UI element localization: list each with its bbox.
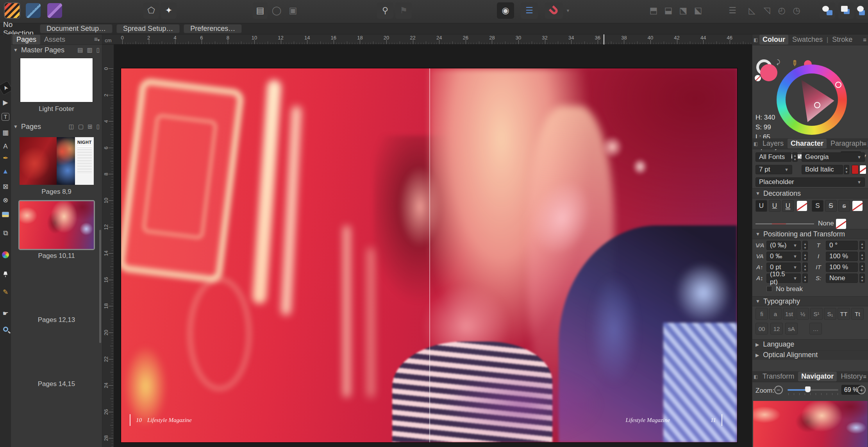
font-colour-swatch[interactable] bbox=[852, 165, 859, 174]
disclosure-triangle-icon[interactable]: ▼ bbox=[13, 124, 18, 129]
snapping-magnet-icon[interactable] bbox=[545, 2, 563, 19]
eyedropper-icon[interactable]: ✏ bbox=[790, 60, 799, 67]
insert-inside-icon[interactable] bbox=[838, 2, 854, 19]
strike-single-button[interactable]: S bbox=[825, 200, 837, 212]
page-view-icon[interactable]: ▤ bbox=[253, 2, 268, 19]
tab-layers[interactable]: Layers bbox=[759, 139, 787, 148]
typography-figure-button[interactable]: 00 bbox=[755, 323, 768, 334]
transparency-tool[interactable] bbox=[0, 269, 11, 279]
spread-item[interactable]: Pages 12,13 bbox=[11, 265, 102, 324]
star-persona-icon[interactable]: ✦ bbox=[161, 2, 177, 19]
decorations-header[interactable]: ▼Decorations bbox=[752, 188, 868, 198]
text-flow-icon[interactable]: ☰ bbox=[521, 2, 538, 19]
zoom-tool[interactable] bbox=[0, 324, 11, 334]
font-size-select[interactable]: 7 pt▼ bbox=[755, 165, 792, 174]
strike-none-swatch[interactable] bbox=[852, 201, 863, 211]
snapping-dropdown-icon[interactable]: ▼ bbox=[565, 2, 571, 19]
tracking-stepper[interactable]: ▲▼ bbox=[802, 252, 808, 261]
rectangle-frame-tool[interactable]: ⊠ bbox=[0, 181, 11, 191]
artistic-text-tool[interactable]: A bbox=[0, 141, 11, 152]
horizontal-scale-field[interactable]: 100 % bbox=[826, 263, 858, 272]
move-to-back-icon[interactable]: ⬕ bbox=[691, 2, 705, 19]
typography-feature-button[interactable]: fi bbox=[755, 308, 768, 320]
colour-picker-tool[interactable] bbox=[0, 250, 11, 260]
flip-horizontal-icon[interactable]: ◺ bbox=[745, 2, 759, 19]
shear-field[interactable]: 0 ° bbox=[826, 241, 858, 250]
font-name-select[interactable]: Georgia▼ bbox=[802, 152, 865, 162]
pen-persona-icon[interactable]: ⬠ bbox=[143, 2, 159, 19]
zoom-slider-handle[interactable] bbox=[805, 386, 811, 392]
typography-feature-button[interactable]: ½ bbox=[797, 308, 809, 320]
designer-app-icon[interactable] bbox=[47, 3, 62, 18]
rotate-ccw-icon[interactable]: ◴ bbox=[775, 2, 788, 19]
table-tool[interactable]: ▦ bbox=[0, 127, 11, 138]
spread-icon[interactable]: ◫ bbox=[69, 123, 74, 130]
ellipse-view-icon[interactable]: ◯ bbox=[269, 2, 284, 19]
publisher-app-icon[interactable] bbox=[5, 3, 20, 18]
frame-view-icon[interactable]: ▣ bbox=[286, 2, 300, 19]
zoom-in-button[interactable]: + bbox=[857, 386, 866, 394]
vertical-scale-field[interactable]: 100 % bbox=[826, 252, 858, 261]
photo-app-icon[interactable] bbox=[26, 3, 41, 18]
font-background-swatch[interactable] bbox=[859, 165, 866, 174]
typography-figure-button[interactable]: 12 bbox=[770, 323, 783, 334]
tab-history[interactable]: History bbox=[838, 372, 866, 381]
delete-page-icon[interactable]: ▯ bbox=[96, 123, 100, 130]
shape-tool[interactable]: ▲ bbox=[0, 166, 11, 177]
style-picker-tool[interactable]: ✎ bbox=[0, 287, 11, 297]
vertical-scale-stepper[interactable]: ▲▼ bbox=[859, 252, 865, 261]
typography-figure-button[interactable]: sA bbox=[785, 323, 798, 334]
panel-menu-icon[interactable]: ≡ bbox=[863, 140, 866, 147]
tab-character[interactable]: Character bbox=[788, 139, 827, 148]
master-pages-header[interactable]: ▼ Master Pages ▤ ▥ ▯ bbox=[11, 45, 102, 55]
tab-assets[interactable]: Assets bbox=[40, 35, 69, 45]
pen-tool[interactable]: ✒ bbox=[0, 153, 11, 163]
font-collection-select[interactable]: All Fonts bbox=[755, 152, 791, 162]
move-to-front-icon[interactable]: ⬒ bbox=[647, 2, 660, 19]
optical-alignment-header[interactable]: ▶Optical Alignment bbox=[752, 350, 868, 360]
delete-master-icon[interactable]: ▯ bbox=[96, 46, 100, 54]
kerning-stepper[interactable]: ▲▼ bbox=[802, 241, 808, 250]
text-style-select[interactable]: Placeholder▼ bbox=[755, 177, 865, 187]
master-page-icon[interactable]: ▤ bbox=[77, 46, 83, 54]
alignment-icon[interactable]: ☰ bbox=[726, 2, 739, 19]
strike-double-button[interactable]: S bbox=[838, 200, 850, 212]
flip-vertical-icon[interactable]: ◹ bbox=[760, 2, 773, 19]
rotate-cw-icon[interactable]: ◷ bbox=[790, 2, 803, 19]
tab-paragraph[interactable]: Paragraph bbox=[827, 139, 866, 148]
spread-thumbnail[interactable]: NIGHT bbox=[20, 137, 94, 185]
typography-feature-button[interactable]: a bbox=[769, 308, 782, 320]
spread-item[interactable]: NIGHTPages 8,9 bbox=[11, 137, 102, 196]
typography-figure-button[interactable]: … bbox=[809, 323, 822, 334]
typography-feature-button[interactable]: TT bbox=[838, 308, 850, 320]
language-header[interactable]: ▶Language bbox=[752, 339, 868, 349]
frame-text-tool[interactable]: T bbox=[2, 113, 9, 121]
panel-collapse-icon[interactable]: ◧ bbox=[754, 374, 758, 379]
underline-double-button[interactable]: U bbox=[782, 200, 794, 212]
pages-header[interactable]: ▼ Pages ◫ ▢ ⊞ ▯ bbox=[11, 122, 102, 132]
panel-menu-icon[interactable]: ≡ bbox=[863, 373, 866, 380]
tab-pages[interactable]: Pages bbox=[13, 35, 40, 45]
underline-button[interactable]: U bbox=[755, 200, 767, 212]
canvas-area[interactable]: 10 Lifestyle Magazine Lifestyle Magazine… bbox=[114, 45, 752, 447]
move-forward-icon[interactable]: ⬓ bbox=[662, 2, 675, 19]
panel-menu-icon[interactable]: ≡▾ bbox=[94, 36, 100, 43]
typography-feature-button[interactable]: S¹ bbox=[810, 308, 823, 320]
decoration-colour-swatch[interactable] bbox=[836, 219, 846, 229]
panel-collapse-icon[interactable]: ◧ bbox=[754, 141, 758, 147]
font-style-select[interactable]: Bold Italic bbox=[802, 165, 843, 174]
ruler-unit[interactable]: cm bbox=[102, 34, 114, 45]
colour-wheel[interactable] bbox=[777, 64, 847, 135]
crop-tool[interactable]: ⧉ bbox=[0, 228, 11, 238]
strike-off-button[interactable]: S bbox=[812, 200, 823, 212]
tab-swatches[interactable]: Swatches bbox=[789, 35, 826, 45]
tone-selector[interactable] bbox=[814, 102, 820, 108]
horizontal-ruler[interactable]: 0246810121416182022242628303234363840424… bbox=[114, 34, 752, 45]
node-tool[interactable]: ▶ bbox=[0, 97, 11, 107]
leading-override-stepper[interactable]: ▲▼ bbox=[802, 274, 808, 283]
tab-colour[interactable]: Colour bbox=[759, 35, 788, 45]
tracking-field[interactable]: 0 ‰▼ bbox=[766, 252, 801, 261]
master-page-thumbnail[interactable] bbox=[20, 58, 93, 102]
view-hand-tool[interactable]: ☛ bbox=[0, 308, 11, 318]
script-field[interactable]: None bbox=[826, 274, 858, 283]
